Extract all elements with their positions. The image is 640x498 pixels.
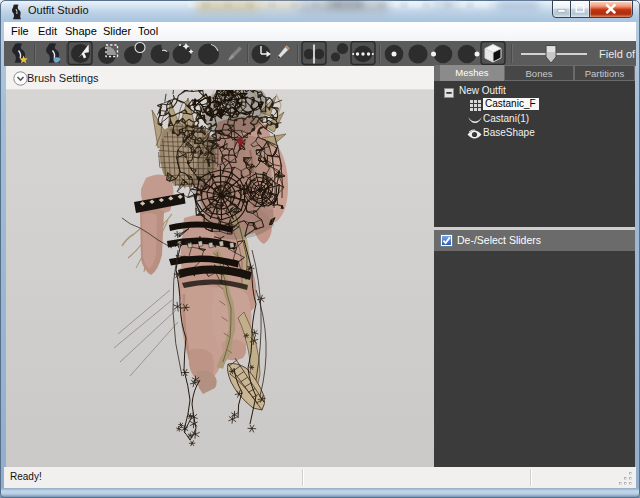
svg-text:Field of: Field of [599, 48, 636, 60]
